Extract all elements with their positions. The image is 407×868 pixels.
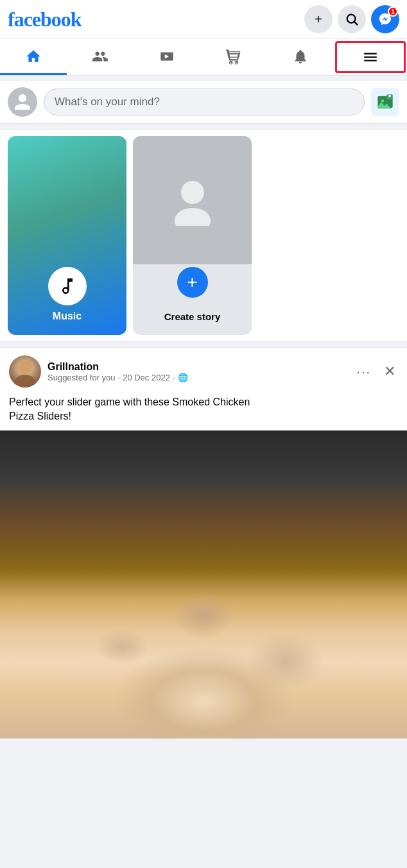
nav-tabs xyxy=(0,39,407,76)
post-suggested: Suggested for you xyxy=(48,373,116,382)
messenger-button[interactable]: 1 xyxy=(371,5,399,33)
search-button[interactable] xyxy=(338,5,366,33)
photo-button[interactable] xyxy=(371,88,399,116)
post-author-name: Grillnation xyxy=(48,361,188,373)
bell-icon xyxy=(292,48,309,65)
svg-point-9 xyxy=(19,361,31,373)
post-actions: ··· ✕ xyxy=(351,361,398,382)
post-author-avatar xyxy=(9,355,41,387)
music-icon-circle xyxy=(48,267,87,305)
marketplace-icon xyxy=(225,48,242,65)
messenger-badge: 1 xyxy=(388,6,398,17)
stories-section: Music + Create story xyxy=(0,129,407,342)
post-header: Grillnation Suggested for you · 20 Dec 2… xyxy=(0,348,407,393)
avatar-silhouette xyxy=(9,355,41,387)
post-more-button[interactable]: ··· xyxy=(351,362,376,382)
tab-home[interactable] xyxy=(0,39,67,75)
home-icon xyxy=(25,48,42,65)
friends-icon xyxy=(92,48,108,65)
post-text-line2: Pizza Sliders! xyxy=(9,411,71,421)
tab-marketplace[interactable] xyxy=(200,39,267,75)
post-placeholder: What's on your mind? xyxy=(55,96,160,108)
post-close-button[interactable]: ✕ xyxy=(381,361,398,382)
svg-point-7 xyxy=(181,181,204,204)
tab-menu[interactable] xyxy=(335,41,406,73)
facebook-logo: facebook xyxy=(8,8,82,31)
globe-icon: 🌐 xyxy=(178,373,188,382)
tab-notifications[interactable] xyxy=(267,39,334,75)
post-text: Perfect your slider game with these Smok… xyxy=(0,393,407,430)
post-date: 20 Dec 2022 xyxy=(123,373,170,382)
post-card: Grillnation Suggested for you · 20 Dec 2… xyxy=(0,347,407,739)
tab-video[interactable] xyxy=(134,39,200,75)
svg-point-2 xyxy=(230,61,232,63)
tab-friends[interactable] xyxy=(67,39,134,75)
svg-point-8 xyxy=(175,208,211,226)
svg-point-10 xyxy=(15,375,35,387)
post-author-area: Grillnation Suggested for you · 20 Dec 2… xyxy=(9,355,188,387)
post-image xyxy=(0,430,407,738)
music-story-label: Music xyxy=(53,311,82,322)
add-icon: + xyxy=(315,12,322,27)
post-meta-dot2: · xyxy=(173,373,175,382)
create-story-label: Create story xyxy=(164,311,221,322)
music-note-icon xyxy=(57,276,78,296)
post-text-line1: Perfect your slider game with these Smok… xyxy=(9,396,250,407)
svg-line-1 xyxy=(354,22,358,25)
svg-point-0 xyxy=(347,15,356,23)
header-icon-group: + 1 xyxy=(304,5,399,33)
story-card-music[interactable]: Music xyxy=(8,136,126,335)
photo-icon xyxy=(376,93,394,111)
header: facebook + 1 xyxy=(0,0,407,39)
post-author-info: Grillnation Suggested for you · 20 Dec 2… xyxy=(48,361,188,382)
user-avatar xyxy=(8,87,37,117)
create-story-plus-button[interactable]: + xyxy=(177,267,208,298)
post-meta: Suggested for you · 20 Dec 2022 · 🌐 xyxy=(48,373,188,382)
create-story-avatar-icon xyxy=(167,174,218,226)
menu-icon xyxy=(362,49,379,65)
svg-point-5 xyxy=(381,99,385,103)
post-meta-dot1: · xyxy=(118,373,121,382)
post-bar: What's on your mind? xyxy=(0,81,407,124)
user-avatar-icon xyxy=(13,92,32,112)
video-icon xyxy=(159,48,175,65)
food-photo xyxy=(0,430,407,738)
post-input[interactable]: What's on your mind? xyxy=(44,89,365,115)
search-icon xyxy=(345,12,359,26)
add-button[interactable]: + xyxy=(304,5,333,33)
svg-point-3 xyxy=(236,61,238,63)
story-card-create[interactable]: + Create story xyxy=(133,136,252,335)
